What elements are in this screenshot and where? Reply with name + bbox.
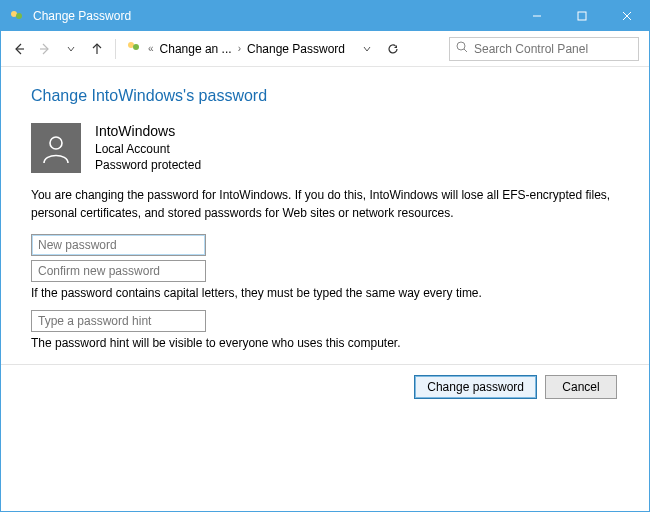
svg-point-13 bbox=[50, 137, 62, 149]
user-name: IntoWindows bbox=[95, 123, 201, 139]
address-dropdown-button[interactable] bbox=[355, 37, 379, 61]
page-title: Change IntoWindows's password bbox=[31, 87, 619, 105]
password-hint-input[interactable] bbox=[31, 310, 206, 332]
titlebar: Change Password bbox=[1, 1, 649, 31]
minimize-button[interactable] bbox=[514, 1, 559, 31]
avatar bbox=[31, 123, 81, 173]
divider bbox=[1, 364, 649, 365]
separator bbox=[115, 39, 116, 59]
user-accounts-icon bbox=[9, 8, 25, 24]
cancel-button[interactable]: Cancel bbox=[545, 375, 617, 399]
forward-button[interactable] bbox=[33, 37, 57, 61]
svg-point-1 bbox=[16, 13, 22, 19]
account-type: Local Account bbox=[95, 141, 201, 157]
content-area: Change IntoWindows's password IntoWindow… bbox=[1, 67, 649, 511]
svg-rect-3 bbox=[578, 12, 586, 20]
search-input[interactable] bbox=[474, 42, 632, 56]
back-button[interactable] bbox=[7, 37, 31, 61]
confirm-password-input[interactable] bbox=[31, 260, 206, 282]
window-controls bbox=[514, 1, 649, 31]
window-title: Change Password bbox=[33, 9, 514, 23]
user-info: IntoWindows Local Account Password prote… bbox=[95, 123, 201, 173]
window-frame: Change Password « Change an ... › Change… bbox=[0, 0, 650, 512]
svg-line-12 bbox=[464, 49, 467, 52]
password-status: Password protected bbox=[95, 157, 201, 173]
navigation-bar: « Change an ... › Change Password bbox=[1, 31, 649, 67]
action-bar: Change password Cancel bbox=[31, 375, 619, 399]
chevron-right-icon: › bbox=[238, 43, 241, 54]
svg-point-11 bbox=[457, 42, 465, 50]
up-button[interactable] bbox=[85, 37, 109, 61]
breadcrumb-item[interactable]: Change Password bbox=[245, 40, 347, 58]
hint-note: The password hint will be visible to eve… bbox=[31, 336, 619, 350]
chevron-left-icon: « bbox=[148, 43, 154, 54]
change-password-button[interactable]: Change password bbox=[414, 375, 537, 399]
breadcrumb[interactable]: « Change an ... › Change Password bbox=[148, 40, 347, 58]
new-password-input[interactable] bbox=[31, 234, 206, 256]
caps-note: If the password contains capital letters… bbox=[31, 286, 619, 300]
recent-locations-button[interactable] bbox=[59, 37, 83, 61]
refresh-button[interactable] bbox=[381, 37, 405, 61]
search-box[interactable] bbox=[449, 37, 639, 61]
search-icon bbox=[456, 41, 468, 56]
breadcrumb-item[interactable]: Change an ... bbox=[158, 40, 234, 58]
user-accounts-icon bbox=[126, 39, 142, 58]
close-button[interactable] bbox=[604, 1, 649, 31]
warning-text: You are changing the password for IntoWi… bbox=[31, 187, 619, 222]
user-block: IntoWindows Local Account Password prote… bbox=[31, 123, 619, 173]
maximize-button[interactable] bbox=[559, 1, 604, 31]
svg-point-10 bbox=[133, 44, 139, 50]
